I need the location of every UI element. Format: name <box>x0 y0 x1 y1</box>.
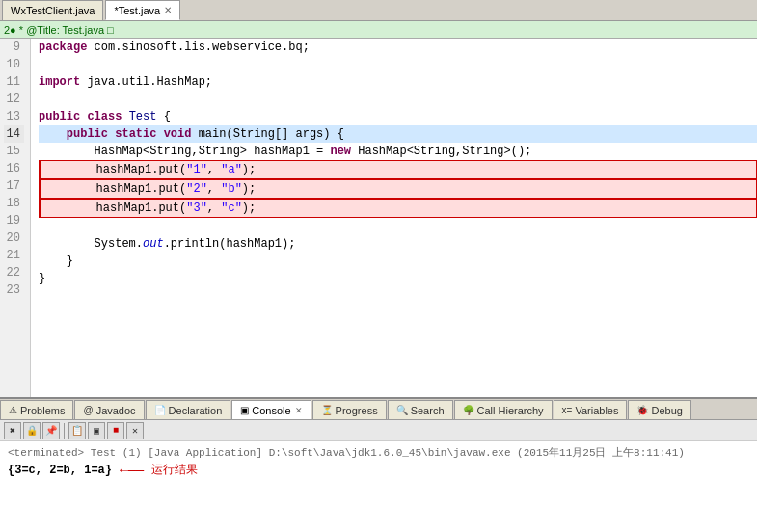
result-arrow-icon: ←—— <box>120 463 144 478</box>
tab-console[interactable]: ▣ Console ✕ <box>231 400 311 419</box>
editor-tab-bar: WxTestClient.java *Test.java ✕ <box>0 0 757 21</box>
line-num: 13 <box>4 108 24 125</box>
code-line-19 <box>39 218 757 235</box>
javadoc-icon: @ <box>83 405 93 415</box>
remove-button[interactable]: ✕ <box>126 422 144 439</box>
tab-problems[interactable]: ⚠ Problems <box>0 400 73 419</box>
result-label: 运行结果 <box>151 462 198 478</box>
pin-button[interactable]: 📌 <box>42 422 60 439</box>
code-line-13: public class Test { <box>39 108 757 125</box>
tab-label: *Test.java <box>114 5 160 16</box>
tab-variables-label: Variables <box>575 405 618 416</box>
tab-console-label: Console <box>252 405 290 416</box>
code-line-9: package com.sinosoft.lis.webservice.bq; <box>39 39 757 56</box>
declaration-icon: 📄 <box>154 405 166 415</box>
terminate-button[interactable]: ■ <box>107 422 124 439</box>
tab-search[interactable]: 🔍 Search <box>388 400 453 419</box>
code-editor[interactable]: package com.sinosoft.lis.webservice.bq; … <box>31 39 757 397</box>
bottom-panel: ⚠ Problems @ Javadoc 📄 Declaration ▣ Con… <box>0 397 757 532</box>
line-num: 19 <box>4 212 24 229</box>
progress-icon: ⏳ <box>321 405 333 415</box>
code-line-22: } <box>39 270 757 287</box>
line-num: 9 <box>4 39 24 56</box>
console-toolbar: ✖ 🔒 📌 📋 ▣ ■ ✕ <box>0 420 757 441</box>
line-num: 20 <box>4 229 24 247</box>
line-num: 23 <box>4 281 24 299</box>
tab-javadoc-label: Javadoc <box>96 405 136 416</box>
select-all-button[interactable]: ▣ <box>88 422 105 439</box>
tab-declaration[interactable]: 📄 Declaration <box>146 400 231 419</box>
code-container: 9 10 11 12 13 14 15 16 17 18 19 20 21 22… <box>0 39 757 397</box>
console-result-text: {3=c, 2=b, 1=a} <box>8 464 112 477</box>
line-num: 10 <box>4 56 24 73</box>
tab-test[interactable]: *Test.java ✕ <box>105 0 180 20</box>
tab-wxtestclient[interactable]: WxTestClient.java <box>2 0 103 20</box>
copy-button[interactable]: 📋 <box>68 422 86 439</box>
call-hierarchy-icon: 🌳 <box>463 405 474 415</box>
editor-area: 2● * @Title: Test.java □ 9 10 11 12 13 1… <box>0 21 757 397</box>
tab-debug-label: Debug <box>651 405 682 416</box>
line-num: 16 <box>4 160 24 177</box>
code-line-10 <box>39 56 757 73</box>
console-close-icon[interactable]: ✕ <box>295 406 303 415</box>
code-line-17: hashMap1.put("2", "b"); <box>39 179 757 199</box>
bottom-tab-bar: ⚠ Problems @ Javadoc 📄 Declaration ▣ Con… <box>0 399 757 420</box>
line-num: 17 <box>4 177 24 195</box>
tab-progress[interactable]: ⏳ Progress <box>312 400 387 419</box>
code-line-15: HashMap<String,String> hashMap1 = new Ha… <box>39 143 757 160</box>
tab-problems-label: Problems <box>20 405 65 416</box>
tab-call-hierarchy-label: Call Hierarchy <box>477 405 544 416</box>
line-num: 15 <box>4 143 24 160</box>
line-num: 18 <box>4 195 24 212</box>
tab-call-hierarchy[interactable]: 🌳 Call Hierarchy <box>454 400 553 419</box>
code-line-21: } <box>39 253 757 270</box>
code-line-11: import java.util.HashMap; <box>39 73 757 91</box>
tab-progress-label: Progress <box>336 405 378 416</box>
marker-text: 2● * @Title: Test.java □ <box>4 24 114 36</box>
marker-bar: 2● * @Title: Test.java □ <box>0 21 757 39</box>
code-line-20: System.out.println(hashMap1); <box>39 235 757 253</box>
line-numbers: 9 10 11 12 13 14 15 16 17 18 19 20 21 22… <box>0 39 31 397</box>
code-line-14: public static void main(String[] args) { <box>39 125 757 143</box>
line-num: 12 <box>4 91 24 108</box>
tab-debug[interactable]: 🐞 Debug <box>628 400 690 419</box>
problems-icon: ⚠ <box>9 405 17 415</box>
toolbar-separator <box>64 423 65 439</box>
clear-console-button[interactable]: ✖ <box>4 422 21 439</box>
code-line-23 <box>39 287 757 305</box>
tab-javadoc[interactable]: @ Javadoc <box>74 400 144 419</box>
console-output: <terminated> Test (1) [Java Application]… <box>0 441 757 532</box>
code-line-12 <box>39 91 757 108</box>
console-icon: ▣ <box>240 405 249 415</box>
debug-icon: 🐞 <box>636 405 648 415</box>
variables-icon: x= <box>562 405 573 415</box>
tab-search-label: Search <box>411 405 445 416</box>
line-num: 11 <box>4 73 24 91</box>
scroll-lock-button[interactable]: 🔒 <box>23 422 41 439</box>
line-num: 22 <box>4 264 24 281</box>
line-num: 21 <box>4 247 24 264</box>
console-title: <terminated> Test (1) [Java Application]… <box>8 445 749 460</box>
tab-label: WxTestClient.java <box>11 5 95 16</box>
code-line-18: hashMap1.put("3", "c"); <box>39 199 757 218</box>
tab-declaration-label: Declaration <box>169 405 223 416</box>
line-num-current: 14 <box>4 125 24 143</box>
search-icon: 🔍 <box>396 405 408 415</box>
tab-close-icon[interactable]: ✕ <box>164 5 172 15</box>
console-result-row: {3=c, 2=b, 1=a} ←—— 运行结果 <box>8 462 749 478</box>
tab-variables[interactable]: x= Variables <box>554 400 628 419</box>
code-line-16: hashMap1.put("1", "a"); <box>39 160 757 179</box>
